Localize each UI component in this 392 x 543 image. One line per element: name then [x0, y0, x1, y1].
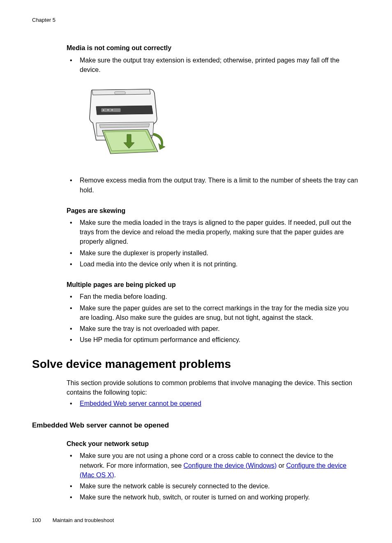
bullet-list-skewing: Make sure the media loaded in the trays …	[67, 218, 360, 269]
list-item: Load media into the device only when it …	[67, 259, 360, 269]
link-ews-cannot-open[interactable]: Embedded Web server cannot be opened	[80, 400, 201, 407]
svg-rect-4	[111, 109, 113, 111]
section-heading-multiple: Multiple pages are being picked up	[67, 280, 360, 289]
text: or	[277, 462, 286, 469]
section-heading-media: Media is not coming out correctly	[67, 44, 360, 53]
bullet-list-media-2: Remove excess media from the output tray…	[67, 176, 360, 194]
list-item: Make sure the network hub, switch, or ro…	[67, 492, 360, 502]
list-item: Use HP media for optimum performance and…	[67, 335, 360, 344]
list-item: Make sure the tray is not overloaded wit…	[67, 324, 360, 333]
heading-solve-device: Solve device management problems	[32, 356, 360, 372]
list-item: Make sure the media loaded in the trays …	[67, 218, 360, 247]
bullet-list-media: Make sure the output tray extension is e…	[67, 55, 360, 74]
footer-title: Maintain and troubleshoot	[53, 517, 114, 523]
list-item: Make sure the network cable is securely …	[67, 481, 360, 491]
link-configure-windows[interactable]: Configure the device (Windows)	[184, 462, 277, 469]
text: .	[114, 471, 116, 478]
intro-text: This section provide solutions to common…	[67, 378, 360, 397]
bullet-list-multiple: Fan the media before loading. Make sure …	[67, 292, 360, 344]
list-item: Fan the media before loading.	[67, 292, 360, 301]
list-item: Make sure the output tray extension is e…	[67, 55, 360, 74]
section-heading-network: Check your network setup	[67, 439, 360, 448]
svg-point-2	[102, 109, 105, 111]
list-item: Embedded Web server cannot be opened	[67, 399, 360, 408]
svg-rect-0	[115, 92, 125, 94]
svg-rect-3	[107, 109, 109, 111]
page-footer: 100Maintain and troubleshoot	[32, 517, 114, 524]
printer-illustration	[80, 82, 360, 162]
bullet-list-network: Make sure you are not using a phone cord…	[67, 451, 360, 502]
bullet-list-intro: Embedded Web server cannot be opened	[67, 399, 360, 408]
heading-ews: Embedded Web server cannot be opened	[32, 421, 360, 430]
chapter-label: Chapter 5	[32, 16, 360, 24]
section-heading-skewing: Pages are skewing	[67, 206, 360, 215]
list-item: Make sure you are not using a phone cord…	[67, 451, 360, 480]
list-item: Remove excess media from the output tray…	[67, 176, 360, 194]
page-number: 100	[32, 517, 41, 523]
list-item: Make sure the paper guides are set to th…	[67, 303, 360, 322]
list-item: Make sure the duplexer is properly insta…	[67, 248, 360, 258]
